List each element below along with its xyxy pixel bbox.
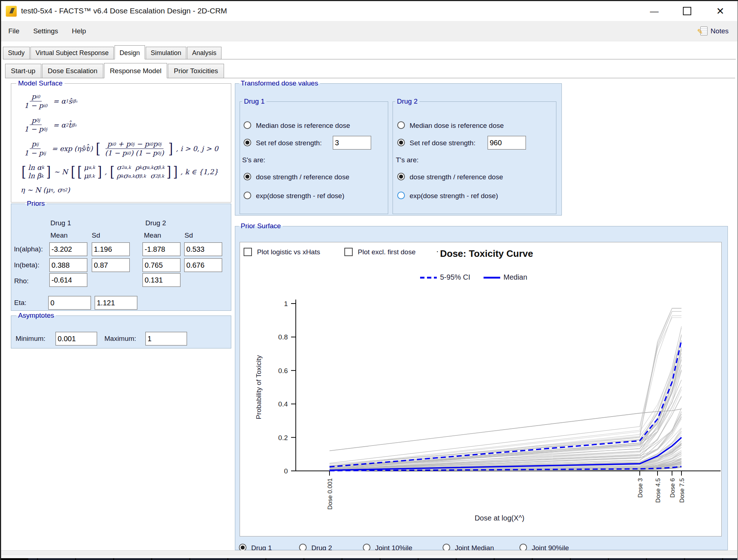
ln-alpha-d2-mean-input[interactable] xyxy=(142,242,181,256)
tab-virtual-subject-response[interactable]: Virtual Subject Response xyxy=(30,47,114,59)
drug2-exp-radio[interactable] xyxy=(397,192,405,199)
toxicity-curve-plot: 00.20.40.60.81Dose 0.001Dose 3Dose 4.5Do… xyxy=(240,242,722,537)
app-window: /// test0-5x4 - FACTS™ v6.4 Dose Escalat… xyxy=(0,0,738,560)
ln-alpha-d1-mean-input[interactable] xyxy=(49,242,87,256)
priors-d2-sd-header: Sd xyxy=(184,231,193,239)
minimum-label: Minimum: xyxy=(16,335,45,343)
priors-d1-mean-header: Mean xyxy=(50,231,68,239)
tab-simulation[interactable]: Simulation xyxy=(146,47,186,59)
transformed-dose-values-label: Transformed dose values xyxy=(239,79,320,87)
eta-sd-input[interactable] xyxy=(95,296,137,310)
svg-text:0.6: 0.6 xyxy=(278,367,288,375)
drug2-median-ref-radio[interactable] xyxy=(397,121,405,129)
svg-text:Dose 7.5: Dose 7.5 xyxy=(679,478,685,503)
minimize-button[interactable]: — xyxy=(643,1,666,21)
model-surface-label: Model Surface xyxy=(16,79,65,87)
drug1-are-label: S's are: xyxy=(242,156,265,164)
drug1-label: Drug 1 xyxy=(242,97,266,105)
priors-label: Priors xyxy=(25,200,47,208)
prior-surface-label: Prior Surface xyxy=(239,222,283,230)
window-bottom-edge xyxy=(0,550,738,555)
svg-text:1: 1 xyxy=(284,300,288,308)
transformed-dose-values-groupbox: Transformed dose values Drug 1 Median do… xyxy=(235,79,562,216)
svg-text:Dose 0.001: Dose 0.001 xyxy=(327,478,333,510)
svg-text:Dose 6: Dose 6 xyxy=(669,478,676,498)
svg-text:Dose at log(X^): Dose at log(X^) xyxy=(474,514,524,522)
drug1-ratio-radio[interactable] xyxy=(244,173,251,180)
notes-label: Notes xyxy=(710,27,729,35)
drug1-median-ref-radio[interactable] xyxy=(244,121,251,129)
rho-label: Rho: xyxy=(14,277,29,285)
menu-settings[interactable]: Settings xyxy=(28,24,64,38)
title-bar: /// test0-5x4 - FACTS™ v6.4 Dose Escalat… xyxy=(0,1,738,21)
eta-mean-input[interactable] xyxy=(48,296,91,310)
tab-analysis[interactable]: Analysis xyxy=(187,47,221,59)
svg-text:Dose 4.5: Dose 4.5 xyxy=(655,478,662,503)
drug2-are-label: T's are: xyxy=(396,156,419,164)
tab-study[interactable]: Study xyxy=(3,47,30,59)
ln-beta-d2-sd-input[interactable] xyxy=(184,258,222,272)
ln-beta-d1-mean-input[interactable] xyxy=(49,258,87,272)
maximize-button[interactable] xyxy=(676,1,698,21)
drug1-groupbox: Drug 1 Median dose is reference dose Set… xyxy=(240,97,388,214)
svg-text:Dose 3: Dose 3 xyxy=(637,478,644,498)
pencil-icon: ✎ xyxy=(697,28,703,36)
prior-surface-groupbox: Prior Surface Plot logistic vs xHats Plo… xyxy=(235,222,728,550)
ln-alpha-d2-sd-input[interactable] xyxy=(184,242,222,256)
close-button[interactable]: ✕ xyxy=(709,1,731,21)
svg-text:0.4: 0.4 xyxy=(278,400,288,408)
ln-beta-d2-mean-input[interactable] xyxy=(142,258,181,272)
drug1-exp-label: exp(dose strength - ref dose) xyxy=(256,192,344,200)
priors-d2-mean-header: Mean xyxy=(144,231,161,239)
ln-beta-d1-sd-input[interactable] xyxy=(92,258,130,272)
asymptotes-label: Asymptotes xyxy=(16,312,56,319)
ln-alpha-d1-sd-input[interactable] xyxy=(92,242,130,256)
priors-d1-sd-header: Sd xyxy=(92,231,100,239)
menu-help[interactable]: Help xyxy=(66,24,91,38)
notes-button[interactable]: ✎ Notes xyxy=(700,26,729,35)
drug2-set-ref-radio[interactable] xyxy=(397,139,405,146)
ln-beta-label: ln(beta): xyxy=(14,261,40,269)
drug2-ref-dose-input[interactable] xyxy=(488,136,526,150)
notes-icon: ✎ xyxy=(700,26,708,35)
asymptotes-groupbox: Asymptotes Minimum: Maximum: xyxy=(11,312,231,348)
tab-prior-toxicities[interactable]: Prior Toxicities xyxy=(168,64,224,78)
drug2-median-ref-label: Median dose is reference dose xyxy=(410,122,504,130)
drug1-exp-radio[interactable] xyxy=(244,192,251,199)
drug2-ratio-radio[interactable] xyxy=(397,173,405,180)
app-icon: /// xyxy=(6,6,17,17)
maximize-icon xyxy=(683,7,691,15)
tab-response-model[interactable]: Response Model xyxy=(104,63,167,78)
tab-design[interactable]: Design xyxy=(115,45,145,59)
drug1-ref-dose-input[interactable] xyxy=(333,136,371,150)
maximum-input[interactable] xyxy=(145,332,187,346)
drug1-set-ref-radio[interactable] xyxy=(244,139,251,146)
drug2-ratio-label: dose strength / reference dose xyxy=(410,173,503,181)
svg-text:Probability of Toxicity: Probability of Toxicity xyxy=(255,355,262,419)
menu-bar: File Settings Help ✎ Notes xyxy=(0,21,738,41)
maximum-label: Maximum: xyxy=(104,335,136,343)
background-taskbar xyxy=(0,558,738,560)
design-sub-tab-strip: Start-up Dose Escalation Response Model … xyxy=(5,61,735,78)
tab-start-up[interactable]: Start-up xyxy=(5,64,41,78)
drug2-groupbox: Drug 2 Median dose is reference dose Set… xyxy=(393,97,556,214)
window-bottom-edge-2 xyxy=(0,555,738,558)
minimum-input[interactable] xyxy=(55,332,97,346)
drug1-set-ref-label: Set ref dose strength: xyxy=(256,139,322,147)
svg-text:0.8: 0.8 xyxy=(278,333,288,341)
priors-groupbox: Priors Drug 1 Drug 2 Mean Sd Mean Sd ln(… xyxy=(11,200,231,311)
drug2-label: Drug 2 xyxy=(395,97,419,105)
rho-d1-input[interactable] xyxy=(49,273,87,287)
rho-d2-input[interactable] xyxy=(142,273,181,287)
svg-text:0.2: 0.2 xyxy=(278,434,288,442)
priors-drug2-header: Drug 2 xyxy=(145,219,166,227)
toxicity-chart-area: Plot logistic vs xHats Plot excl. first … xyxy=(240,242,722,536)
window-title: test0-5x4 - FACTS™ v6.4 Dose Escalation … xyxy=(21,7,227,15)
drug1-median-ref-label: Median dose is reference dose xyxy=(256,122,350,130)
tab-dose-escalation[interactable]: Dose Escalation xyxy=(42,64,103,78)
ln-alpha-label: ln(alpha): xyxy=(14,245,43,253)
menu-file[interactable]: File xyxy=(3,24,25,38)
priors-drug1-header: Drug 1 xyxy=(50,219,71,227)
drug2-set-ref-label: Set ref dose strength: xyxy=(410,139,476,147)
svg-text:0: 0 xyxy=(284,467,288,475)
